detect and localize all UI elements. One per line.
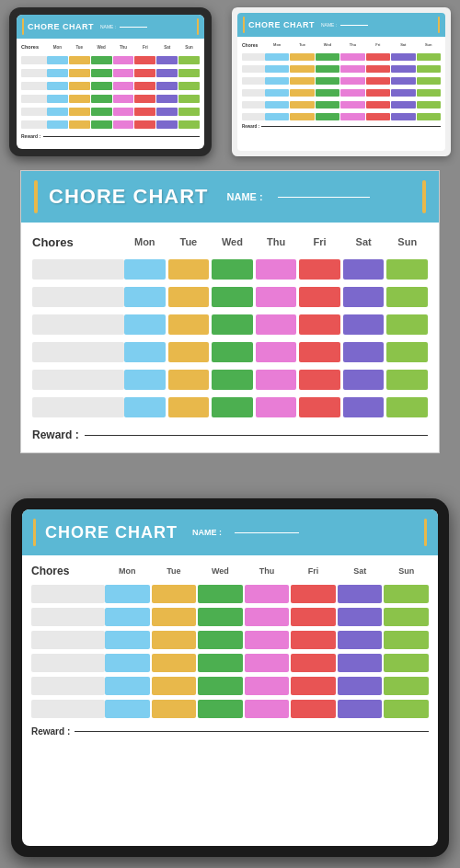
bottom-chore-row-6	[31, 699, 429, 719]
header-accent-left	[34, 180, 38, 213]
main-chore-chart: CHORE CHART NAME : Chores Mon Tue Wed Th…	[20, 170, 440, 453]
mini-chores-header: Chores	[21, 44, 47, 50]
chore-row-2	[32, 285, 428, 309]
tablet-top-left: CHORE CHART NAME : Chores Mon Tue Wed Th…	[9, 7, 212, 156]
sm-data-row	[242, 87, 441, 97]
bottom-chore-row-3	[31, 630, 429, 650]
sm-body-tr: Chores Mon Tue Wed Thu Fri Sat Sun	[237, 37, 445, 132]
sm-data-row	[242, 75, 441, 86]
mini-data-row	[21, 119, 200, 130]
sm-header-tr: CHORE CHART NAME :	[237, 13, 445, 37]
bottom-header-row: Chores Mon Tue Wed Thu Fri Sat Sun	[31, 561, 429, 581]
chore-row-6	[32, 395, 428, 419]
mini-accent-left	[22, 18, 24, 35]
bottom-name-line	[235, 532, 299, 533]
mini-data-row	[21, 80, 200, 91]
chore-row-1	[32, 257, 428, 281]
main-days-header-row: Chores Mon Tue Wed Thu Fri Sat Sun	[32, 230, 428, 254]
main-reward-line	[85, 435, 428, 436]
chore-row-3	[32, 313, 428, 337]
chore-row-5	[32, 368, 428, 392]
main-name-label: NAME :	[227, 191, 263, 202]
sm-title-tr: CHORE CHART	[248, 20, 315, 29]
main-name-line	[278, 197, 370, 198]
sm-reward-tr: Reward :	[242, 124, 441, 129]
mini-days-header: Mon Tue Wed Thu Fri Sat Sun	[47, 45, 200, 50]
sm-data-row	[242, 111, 441, 121]
main-chart-title: CHORE CHART	[49, 185, 209, 209]
bottom-reward-label: Reward :	[31, 726, 70, 737]
bottom-chart-title: CHORE CHART	[45, 523, 178, 542]
chore-label-1	[32, 259, 124, 280]
mini-data-row	[21, 54, 200, 65]
bottom-reward-line	[75, 731, 429, 732]
mini-data-row	[21, 106, 200, 117]
sm-data-row	[242, 51, 441, 62]
mini-name-line-tl	[120, 27, 147, 28]
mini-title-tl: CHORE CHART	[28, 22, 94, 31]
chores-header: Chores	[32, 235, 124, 249]
bottom-name-label: NAME :	[192, 528, 222, 537]
main-reward-label: Reward :	[32, 428, 79, 441]
bottom-chart-body: Chores Mon Tue Wed Thu Fri Sat Sun	[22, 555, 438, 746]
sm-data-row	[242, 99, 441, 109]
bottom-chore-row-2	[31, 607, 429, 627]
main-reward-row: Reward :	[32, 428, 428, 441]
bottom-chart-header: CHORE CHART NAME :	[22, 509, 438, 555]
tablet-top-right: CHORE CHART NAME : Chores Mon Tue Wed Th…	[232, 7, 451, 156]
chore-row-4	[32, 340, 428, 364]
mini-header-tl: CHORE CHART NAME :	[17, 15, 204, 39]
bottom-chore-row-4	[31, 653, 429, 673]
mini-chore-label	[21, 56, 47, 64]
bottom-chore-row-1	[31, 584, 429, 604]
mini-body-tl: Chores Mon Tue Wed Thu Fri Sat Sun	[17, 39, 204, 143]
header-accent-right	[422, 180, 426, 213]
main-chart-header: CHORE CHART NAME :	[21, 171, 439, 223]
sm-data-row	[242, 63, 441, 74]
bottom-reward-row: Reward :	[31, 726, 429, 737]
bottom-chore-row-5	[31, 676, 429, 696]
tablet-bottom: CHORE CHART NAME : Chores Mon Tue Wed Th…	[11, 498, 449, 857]
sm-header-row: Chores Mon Tue Wed Thu Fri Sat Sun	[242, 40, 441, 50]
mini-name-label-tl: NAME :	[100, 24, 116, 29]
mini-data-row	[21, 67, 200, 78]
mini-header-row: Chores Mon Tue Wed Thu Fri Sat Sun	[21, 41, 200, 52]
mini-accent-right-tl	[197, 18, 199, 35]
mini-data-row	[21, 93, 200, 104]
main-chart-body: Chores Mon Tue Wed Thu Fri Sat Sun	[21, 223, 439, 452]
bottom-accent-left	[33, 519, 36, 546]
mini-reward-tl: Reward :	[21, 133, 200, 139]
bottom-chores-header: Chores	[31, 565, 105, 577]
days-header-grid: Mon Tue Wed Thu Fri Sat Sun	[124, 236, 428, 247]
bottom-accent-right	[424, 519, 427, 546]
